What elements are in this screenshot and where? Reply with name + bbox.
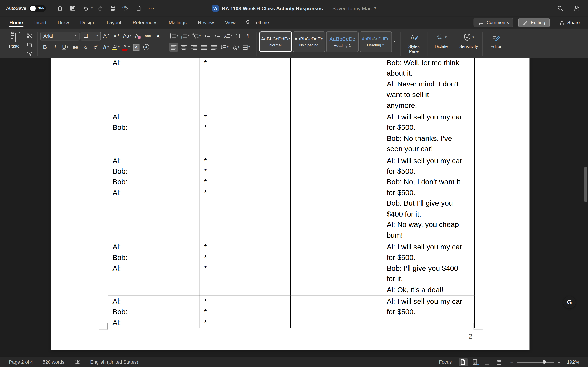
- show-paragraph-marks-button[interactable]: ¶: [244, 31, 253, 40]
- enclose-characters-button[interactable]: A: [142, 43, 151, 52]
- doc-text-line[interactable]: Al:: [112, 317, 198, 328]
- tab-draw[interactable]: Draw: [52, 17, 75, 29]
- dictate-button[interactable]: ▾ Dictate: [431, 31, 452, 49]
- doc-text-line[interactable]: Al:: [112, 187, 198, 198]
- doc-text-line[interactable]: Al: I will sell you my car: [387, 296, 473, 307]
- subscript-button[interactable]: x2: [81, 43, 90, 52]
- doc-text-line[interactable]: Bob: Well, let me think: [387, 58, 473, 68]
- focus-mode-button[interactable]: Focus: [431, 359, 452, 365]
- clear-formatting-button[interactable]: A: [133, 31, 142, 40]
- cell-notes[interactable]: [291, 241, 382, 295]
- styles-pane-button[interactable]: A Styles Pane: [403, 31, 424, 54]
- grow-font-button[interactable]: A▲: [102, 31, 111, 40]
- distribute-text-button[interactable]: [209, 43, 218, 52]
- comments-button[interactable]: Comments: [474, 17, 513, 27]
- cell-dialogue[interactable]: Al: I will sell you my carfor $500.Bob: …: [382, 155, 475, 241]
- doc-text-line[interactable]: for $500.: [387, 187, 473, 198]
- doc-text-line[interactable]: Al: I will sell you my car: [387, 155, 473, 166]
- doc-text-line[interactable]: *: [204, 155, 289, 166]
- align-center-button[interactable]: [179, 43, 188, 52]
- tab-design[interactable]: Design: [75, 17, 101, 29]
- tab-references[interactable]: References: [127, 17, 163, 29]
- zoom-slider[interactable]: [517, 361, 554, 362]
- spelling-grammar-icon[interactable]: ABC: [121, 3, 131, 13]
- paste-dropdown-icon[interactable]: ▾: [19, 31, 20, 34]
- grammarly-badge[interactable]: G: [563, 296, 576, 309]
- cell-stars[interactable]: *: [199, 58, 290, 111]
- borders-button[interactable]: ▾: [241, 43, 251, 52]
- style-card-heading-1[interactable]: AaBbCcDcHeading 1: [326, 31, 358, 52]
- doc-text-line[interactable]: *: [204, 263, 289, 273]
- new-document-icon[interactable]: [133, 3, 144, 13]
- word-count[interactable]: 520 words: [43, 359, 64, 365]
- doc-text-line[interactable]: Bob:: [112, 122, 198, 133]
- doc-text-line[interactable]: Bob: But I’ll give you: [387, 198, 473, 208]
- text-effects-button[interactable]: A▾: [101, 43, 110, 52]
- line-spacing-button[interactable]: ▾: [219, 43, 229, 52]
- doc-text-line[interactable]: Bob:: [112, 252, 198, 263]
- copy-button[interactable]: [25, 41, 34, 48]
- increase-indent-button[interactable]: [213, 31, 222, 40]
- phonetic-guide-button[interactable]: ȧḃċ: [144, 31, 153, 40]
- doc-text-line[interactable]: *: [204, 296, 289, 307]
- doc-text-line[interactable]: Bob: I’ll give you $400: [387, 263, 473, 273]
- numbering-button[interactable]: 123 ▾: [180, 31, 190, 40]
- doc-text-line[interactable]: want to sell it: [387, 89, 473, 100]
- tab-review[interactable]: Review: [192, 17, 219, 29]
- cell-stars[interactable]: ***: [199, 295, 290, 328]
- doc-text-line[interactable]: for $500.: [387, 307, 473, 317]
- format-painter-button[interactable]: [25, 50, 34, 57]
- vertical-scrollbar-thumb[interactable]: [584, 167, 587, 202]
- bullets-button[interactable]: ▾: [169, 31, 179, 40]
- save-icon[interactable]: [68, 3, 78, 13]
- doc-text-line[interactable]: *: [204, 166, 289, 176]
- styles-gallery-more-icon[interactable]: ›: [392, 31, 397, 52]
- style-card-heading-2[interactable]: AaBbCcDdEeHeading 2: [360, 31, 392, 52]
- cell-notes[interactable]: [291, 295, 382, 328]
- proofing-status-icon[interactable]: [74, 359, 80, 365]
- document-title-area[interactable]: W BA 1103 Week 6 Class Activity Response…: [212, 5, 376, 12]
- doc-text-line[interactable]: about it.: [387, 68, 473, 78]
- cell-dialogue[interactable]: Al: I will sell you my carfor $500.Bob: …: [382, 241, 475, 295]
- bold-button[interactable]: B: [40, 43, 49, 52]
- redo-icon[interactable]: [95, 3, 105, 13]
- account-icon[interactable]: [571, 3, 582, 13]
- page-indicator[interactable]: Page 2 of 4: [9, 359, 33, 365]
- autosave-toggle[interactable]: OFF: [29, 5, 46, 12]
- cell-dialogue[interactable]: Al: I will sell you my carfor $500.: [382, 295, 475, 328]
- zoom-out-button[interactable]: −: [510, 359, 513, 365]
- cell-stars[interactable]: **: [199, 111, 290, 155]
- cell-stars[interactable]: ****: [199, 155, 290, 241]
- outline-view-button[interactable]: [494, 358, 503, 366]
- cell-dialogue[interactable]: Bob: Well, let me thinkabout it.Al: Neve…: [382, 58, 475, 111]
- doc-text-line[interactable]: for it.: [387, 273, 473, 284]
- home-icon[interactable]: [55, 3, 65, 13]
- doc-text-line[interactable]: Al:: [112, 58, 198, 68]
- strikethrough-button[interactable]: ab: [71, 43, 80, 52]
- cell-notes[interactable]: [291, 58, 382, 111]
- underline-button[interactable]: U▾: [61, 43, 70, 52]
- align-left-button[interactable]: [169, 43, 178, 52]
- language-selector[interactable]: English (United States): [90, 359, 138, 365]
- document-page[interactable]: Al:*Bob: Well, let me thinkabout it.Al: …: [52, 58, 530, 350]
- sort-button[interactable]: AZ: [234, 31, 243, 40]
- cell-speakers[interactable]: Al:Bob:Al:: [108, 295, 199, 328]
- doc-text-line[interactable]: Al:: [112, 242, 198, 252]
- cell-notes[interactable]: [291, 111, 382, 155]
- doc-text-line[interactable]: Al:: [112, 111, 198, 122]
- decrease-indent-button[interactable]: [203, 31, 212, 40]
- shrink-font-button[interactable]: A▼: [112, 31, 121, 40]
- web-layout-view-button[interactable]: [483, 358, 492, 366]
- cell-speakers[interactable]: Al:Bob:Bob:Al:: [108, 155, 199, 241]
- tab-layout[interactable]: Layout: [101, 17, 127, 29]
- doc-text-line[interactable]: Bob: No, I don’t want it: [387, 176, 473, 187]
- tab-view[interactable]: View: [219, 17, 241, 29]
- asian-layout-button[interactable]: A ▾: [223, 31, 233, 40]
- font-size-select[interactable]: 11 ▾: [81, 32, 101, 40]
- cell-dialogue[interactable]: Al: I will sell you my carfor $500.Bob: …: [382, 111, 475, 155]
- cell-stars[interactable]: ***: [199, 241, 290, 295]
- doc-text-line[interactable]: Al: Ok, it’s a deal!: [387, 284, 473, 295]
- doc-text-line[interactable]: *: [204, 58, 289, 68]
- undo-dropdown-icon[interactable]: ▾: [91, 7, 93, 10]
- doc-text-line[interactable]: Bob:: [112, 307, 198, 317]
